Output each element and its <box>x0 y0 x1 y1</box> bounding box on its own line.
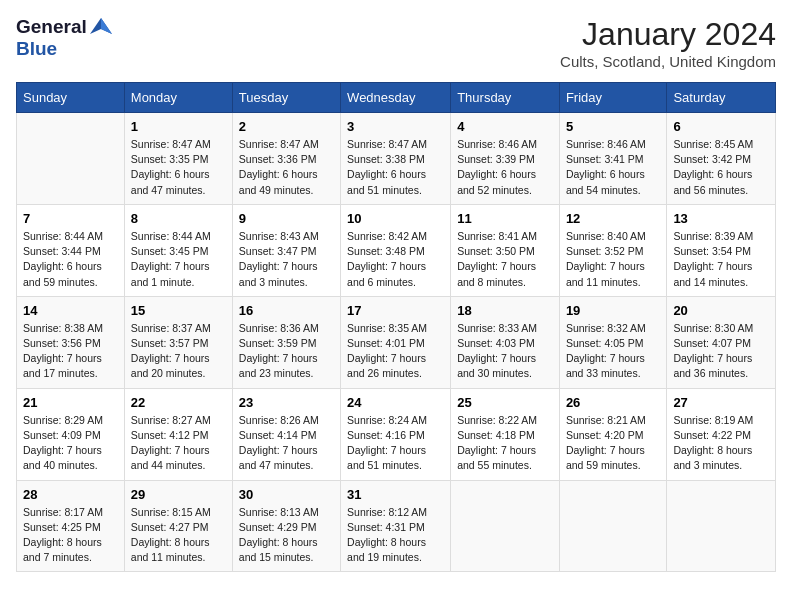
header-tuesday: Tuesday <box>232 83 340 113</box>
sunrise-text: Sunrise: 8:33 AM <box>457 322 537 334</box>
sunrise-text: Sunrise: 8:36 AM <box>239 322 319 334</box>
day-info: Sunrise: 8:21 AMSunset: 4:20 PMDaylight:… <box>566 413 661 474</box>
sunset-text: Sunset: 4:01 PM <box>347 337 425 349</box>
header-saturday: Saturday <box>667 83 776 113</box>
sunset-text: Sunset: 4:25 PM <box>23 521 101 533</box>
table-row <box>451 480 560 572</box>
daylight-text: Daylight: 7 hours and 55 minutes. <box>457 444 536 471</box>
logo: General Blue <box>16 16 112 60</box>
day-number: 13 <box>673 211 769 226</box>
daylight-text: Daylight: 7 hours and 36 minutes. <box>673 352 752 379</box>
daylight-text: Daylight: 7 hours and 6 minutes. <box>347 260 426 287</box>
sunset-text: Sunset: 4:12 PM <box>131 429 209 441</box>
table-row: 14Sunrise: 8:38 AMSunset: 3:56 PMDayligh… <box>17 296 125 388</box>
table-row: 31Sunrise: 8:12 AMSunset: 4:31 PMDayligh… <box>341 480 451 572</box>
table-row: 18Sunrise: 8:33 AMSunset: 4:03 PMDayligh… <box>451 296 560 388</box>
day-number: 8 <box>131 211 226 226</box>
daylight-text: Daylight: 6 hours and 49 minutes. <box>239 168 318 195</box>
calendar-week-row: 21Sunrise: 8:29 AMSunset: 4:09 PMDayligh… <box>17 388 776 480</box>
table-row: 6Sunrise: 8:45 AMSunset: 3:42 PMDaylight… <box>667 113 776 205</box>
table-row: 29Sunrise: 8:15 AMSunset: 4:27 PMDayligh… <box>124 480 232 572</box>
sunrise-text: Sunrise: 8:21 AM <box>566 414 646 426</box>
table-row: 25Sunrise: 8:22 AMSunset: 4:18 PMDayligh… <box>451 388 560 480</box>
day-info: Sunrise: 8:17 AMSunset: 4:25 PMDaylight:… <box>23 505 118 566</box>
day-info: Sunrise: 8:45 AMSunset: 3:42 PMDaylight:… <box>673 137 769 198</box>
day-info: Sunrise: 8:24 AMSunset: 4:16 PMDaylight:… <box>347 413 444 474</box>
sunset-text: Sunset: 3:59 PM <box>239 337 317 349</box>
sunrise-text: Sunrise: 8:45 AM <box>673 138 753 150</box>
sunrise-text: Sunrise: 8:27 AM <box>131 414 211 426</box>
daylight-text: Daylight: 7 hours and 3 minutes. <box>239 260 318 287</box>
day-info: Sunrise: 8:42 AMSunset: 3:48 PMDaylight:… <box>347 229 444 290</box>
sunset-text: Sunset: 3:50 PM <box>457 245 535 257</box>
table-row: 21Sunrise: 8:29 AMSunset: 4:09 PMDayligh… <box>17 388 125 480</box>
day-number: 27 <box>673 395 769 410</box>
day-number: 18 <box>457 303 553 318</box>
sunrise-text: Sunrise: 8:29 AM <box>23 414 103 426</box>
day-number: 20 <box>673 303 769 318</box>
daylight-text: Daylight: 7 hours and 30 minutes. <box>457 352 536 379</box>
table-row: 7Sunrise: 8:44 AMSunset: 3:44 PMDaylight… <box>17 204 125 296</box>
day-number: 28 <box>23 487 118 502</box>
day-info: Sunrise: 8:22 AMSunset: 4:18 PMDaylight:… <box>457 413 553 474</box>
daylight-text: Daylight: 7 hours and 8 minutes. <box>457 260 536 287</box>
sunset-text: Sunset: 3:57 PM <box>131 337 209 349</box>
table-row: 27Sunrise: 8:19 AMSunset: 4:22 PMDayligh… <box>667 388 776 480</box>
day-info: Sunrise: 8:46 AMSunset: 3:39 PMDaylight:… <box>457 137 553 198</box>
table-row: 13Sunrise: 8:39 AMSunset: 3:54 PMDayligh… <box>667 204 776 296</box>
sunrise-text: Sunrise: 8:13 AM <box>239 506 319 518</box>
header-wednesday: Wednesday <box>341 83 451 113</box>
day-info: Sunrise: 8:13 AMSunset: 4:29 PMDaylight:… <box>239 505 334 566</box>
sunrise-text: Sunrise: 8:47 AM <box>347 138 427 150</box>
sunset-text: Sunset: 3:45 PM <box>131 245 209 257</box>
day-number: 30 <box>239 487 334 502</box>
sunset-text: Sunset: 4:05 PM <box>566 337 644 349</box>
daylight-text: Daylight: 7 hours and 20 minutes. <box>131 352 210 379</box>
sunset-text: Sunset: 4:09 PM <box>23 429 101 441</box>
sunrise-text: Sunrise: 8:39 AM <box>673 230 753 242</box>
table-row: 9Sunrise: 8:43 AMSunset: 3:47 PMDaylight… <box>232 204 340 296</box>
sunset-text: Sunset: 3:54 PM <box>673 245 751 257</box>
calendar-week-row: 7Sunrise: 8:44 AMSunset: 3:44 PMDaylight… <box>17 204 776 296</box>
sunset-text: Sunset: 4:07 PM <box>673 337 751 349</box>
day-info: Sunrise: 8:30 AMSunset: 4:07 PMDaylight:… <box>673 321 769 382</box>
table-row: 2Sunrise: 8:47 AMSunset: 3:36 PMDaylight… <box>232 113 340 205</box>
day-info: Sunrise: 8:41 AMSunset: 3:50 PMDaylight:… <box>457 229 553 290</box>
sunset-text: Sunset: 3:48 PM <box>347 245 425 257</box>
daylight-text: Daylight: 7 hours and 14 minutes. <box>673 260 752 287</box>
logo-general: General <box>16 16 87 38</box>
day-number: 1 <box>131 119 226 134</box>
day-info: Sunrise: 8:33 AMSunset: 4:03 PMDaylight:… <box>457 321 553 382</box>
day-number: 21 <box>23 395 118 410</box>
month-title: January 2024 <box>560 16 776 53</box>
day-number: 7 <box>23 211 118 226</box>
sunset-text: Sunset: 3:42 PM <box>673 153 751 165</box>
daylight-text: Daylight: 8 hours and 19 minutes. <box>347 536 426 563</box>
page-header: General Blue January 2024 Cults, Scotlan… <box>16 16 776 70</box>
day-info: Sunrise: 8:36 AMSunset: 3:59 PMDaylight:… <box>239 321 334 382</box>
daylight-text: Daylight: 7 hours and 59 minutes. <box>566 444 645 471</box>
day-info: Sunrise: 8:43 AMSunset: 3:47 PMDaylight:… <box>239 229 334 290</box>
logo-blue: Blue <box>16 38 57 59</box>
day-number: 31 <box>347 487 444 502</box>
header-thursday: Thursday <box>451 83 560 113</box>
table-row: 28Sunrise: 8:17 AMSunset: 4:25 PMDayligh… <box>17 480 125 572</box>
day-number: 10 <box>347 211 444 226</box>
calendar-week-row: 14Sunrise: 8:38 AMSunset: 3:56 PMDayligh… <box>17 296 776 388</box>
table-row: 1Sunrise: 8:47 AMSunset: 3:35 PMDaylight… <box>124 113 232 205</box>
calendar-week-row: 28Sunrise: 8:17 AMSunset: 4:25 PMDayligh… <box>17 480 776 572</box>
daylight-text: Daylight: 7 hours and 17 minutes. <box>23 352 102 379</box>
sunrise-text: Sunrise: 8:30 AM <box>673 322 753 334</box>
sunrise-text: Sunrise: 8:22 AM <box>457 414 537 426</box>
day-info: Sunrise: 8:38 AMSunset: 3:56 PMDaylight:… <box>23 321 118 382</box>
day-info: Sunrise: 8:46 AMSunset: 3:41 PMDaylight:… <box>566 137 661 198</box>
sunrise-text: Sunrise: 8:19 AM <box>673 414 753 426</box>
day-number: 22 <box>131 395 226 410</box>
daylight-text: Daylight: 8 hours and 3 minutes. <box>673 444 752 471</box>
day-number: 5 <box>566 119 661 134</box>
day-number: 25 <box>457 395 553 410</box>
sunset-text: Sunset: 4:22 PM <box>673 429 751 441</box>
daylight-text: Daylight: 7 hours and 40 minutes. <box>23 444 102 471</box>
sunrise-text: Sunrise: 8:46 AM <box>457 138 537 150</box>
table-row: 11Sunrise: 8:41 AMSunset: 3:50 PMDayligh… <box>451 204 560 296</box>
